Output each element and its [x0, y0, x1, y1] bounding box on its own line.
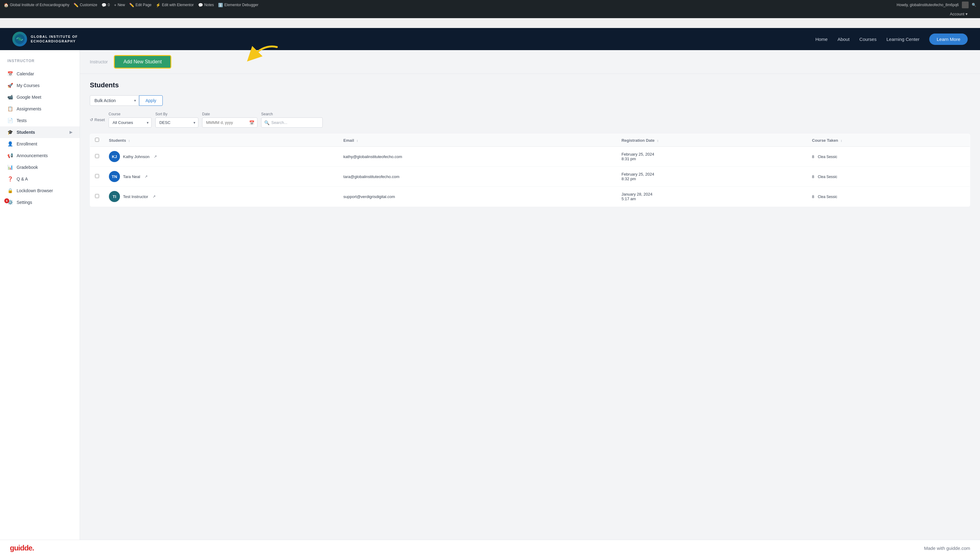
customize-icon: ✏️ — [73, 3, 78, 7]
sidebar-item-calendar[interactable]: 📅 Calendar — [0, 68, 80, 80]
lockdown-icon: 🔒 — [7, 188, 13, 194]
nav-home[interactable]: Home — [815, 37, 828, 42]
sidebar-item-assignments[interactable]: 📋 Assignments — [0, 103, 80, 115]
my-courses-icon: 🚀 — [7, 83, 13, 88]
sortby-filter-label: Sort By — [155, 112, 198, 116]
sidebar-item-settings[interactable]: ⚙️ Settings 6 — [0, 197, 80, 208]
apply-button[interactable]: Apply — [139, 95, 163, 106]
sidebar-item-enrollment[interactable]: 👤 Enrollment — [0, 138, 80, 150]
sidebar-item-announcements[interactable]: 📢 Announcements — [0, 150, 80, 162]
row-coursetaken-cell: 8 Clea Sessic — [807, 187, 970, 207]
row-checkbox-0[interactable] — [95, 154, 99, 158]
comments-icon: 💬 — [102, 3, 107, 7]
bulk-action-select-wrapper: Bulk Action ▾ — [90, 95, 139, 106]
external-link-icon[interactable]: ↗ — [152, 194, 156, 199]
nav-about[interactable]: About — [838, 37, 850, 42]
col-label-email: Email — [343, 138, 354, 143]
row-action[interactable]: Clea Sessic — [818, 195, 837, 199]
row-checkbox-1[interactable] — [95, 174, 99, 178]
settings-badge: 6 — [4, 198, 9, 203]
sidebar-label-enrollment: Enrollment — [16, 141, 37, 146]
row-coursetaken-cell: 8 Clea Sessic — [807, 147, 970, 166]
course-filter-select[interactable]: All Courses — [108, 118, 152, 128]
sidebar-item-tests[interactable]: 📄 Tests — [0, 115, 80, 126]
search-wrap: 🔍 — [261, 118, 323, 128]
sortby-filter-select[interactable]: DESC — [155, 118, 198, 128]
site-header: GLOBAL INSTITUTE OF ECHOCARDIOGRAPHY Hom… — [0, 28, 980, 50]
avatar: KJ — [109, 151, 120, 162]
nav-learning-center[interactable]: Learning Center — [886, 37, 920, 42]
external-link-icon[interactable]: ↗ — [145, 175, 148, 179]
row-regdate-cell: February 25, 2024 8:31 pm — [616, 147, 807, 166]
row-checkbox-2[interactable] — [95, 194, 99, 198]
sidebar-item-qa[interactable]: ❓ Q & A — [0, 173, 80, 185]
col-header-students[interactable]: Students ↕ — [104, 134, 338, 147]
sidebar-label-announcements: Announcements — [16, 153, 48, 158]
wp-icon: 🏠 — [4, 3, 9, 7]
table-row: KJ Kathy Johnson ↗ kathy@globalinstitute… — [90, 147, 970, 166]
debugger-label: Elementor Debugger — [224, 3, 259, 7]
sidebar-label-google-meet: Google Meet — [16, 95, 41, 100]
admin-bar-elementor[interactable]: ⚡ Edit with Elementor — [156, 3, 194, 7]
admin-bar-comments[interactable]: 💬 0 — [102, 3, 110, 7]
row-regdate-cell: January 28, 2024 5:17 am — [616, 187, 807, 207]
footer-bar: guidde. Made with guidde.com — [0, 540, 980, 556]
admin-bar-debugger[interactable]: ℹ️ Elementor Debugger — [218, 3, 259, 7]
admin-bar-editpage[interactable]: ✏️ Edit Page — [129, 3, 151, 7]
sidebar-label-my-courses: My Courses — [16, 83, 40, 88]
sidebar-item-students[interactable]: 🎓 Students ▶ — [0, 126, 80, 138]
logo-line1: GLOBAL INSTITUTE OF — [31, 34, 78, 39]
reset-icon: ↺ — [90, 118, 93, 122]
sidebar-label-lockdown: Lockdown Browser — [16, 188, 53, 193]
bulk-action-row: Bulk Action ▾ Apply — [90, 95, 970, 106]
course-filter-group: Course All Courses ▾ — [108, 112, 152, 128]
col-header-reg-date[interactable]: Registration Date ↕ — [616, 134, 807, 147]
sidebar-item-google-meet[interactable]: 📹 Google Meet — [0, 91, 80, 103]
nav-courses[interactable]: Courses — [859, 37, 877, 42]
announcements-icon: 📢 — [7, 153, 13, 158]
row-email-cell: kathy@globalinstituteofecho.com — [338, 147, 616, 166]
admin-bar-new[interactable]: + New — [114, 3, 125, 7]
row-checkbox-cell — [90, 187, 104, 207]
sidebar-item-my-courses[interactable]: 🚀 My Courses — [0, 80, 80, 91]
sidebar-label-assignments: Assignments — [16, 107, 41, 112]
add-new-student-button[interactable]: Add New Student — [114, 55, 171, 69]
sidebar-label-gradebook: Gradebook — [16, 165, 38, 170]
table-head: Students ↕ Email ↕ Registration Date ↕ — [90, 134, 970, 147]
site-logo: GLOBAL INSTITUTE OF ECHOCARDIOGRAPHY — [12, 32, 78, 47]
account-menu[interactable]: Account ▾ — [950, 12, 968, 16]
assignments-icon: 📋 — [7, 106, 13, 112]
sidebar-item-lockdown[interactable]: 🔒 Lockdown Browser — [0, 185, 80, 197]
guidde-brand: guidde. — [10, 544, 34, 552]
bulk-action-select[interactable]: Bulk Action — [90, 95, 139, 106]
logo-svg — [14, 34, 25, 45]
search-input[interactable] — [261, 118, 323, 128]
reset-button[interactable]: ↺ Reset — [90, 118, 105, 122]
logo-line2: ECHOCARDIOGRAPHY — [31, 39, 78, 44]
sort-email-icon: ↕ — [356, 139, 358, 142]
select-all-checkbox[interactable] — [95, 138, 99, 142]
admin-bar-customize[interactable]: ✏️ Customize — [73, 3, 97, 7]
date-filter-label: Date — [202, 112, 257, 116]
row-student-cell: TN Tara Neal ↗ — [104, 166, 338, 187]
external-link-icon[interactable]: ↗ — [154, 154, 157, 159]
admin-bar-site[interactable]: 🏠 Global Institute of Echocardiography — [4, 3, 69, 7]
table-row: TI Test Instructor ↗ support@verdigrisdi… — [90, 187, 970, 207]
admin-bar-notes[interactable]: 💬 Notes — [198, 3, 214, 7]
search-icon[interactable]: 🔍 — [972, 3, 976, 7]
students-table: Students ↕ Email ↕ Registration Date ↕ — [90, 134, 970, 207]
date-input[interactable] — [202, 118, 257, 128]
date-filter-group: Date 📅 — [202, 112, 257, 128]
logo-text: GLOBAL INSTITUTE OF ECHOCARDIOGRAPHY — [31, 34, 78, 44]
row-action[interactable]: Clea Sessic — [818, 175, 837, 179]
sidebar-item-gradebook[interactable]: 📊 Gradebook — [0, 162, 80, 173]
table-row: TN Tara Neal ↗ tara@globalinstituteofech… — [90, 166, 970, 187]
learn-more-button[interactable]: Learn More — [929, 34, 968, 45]
col-header-course-taken[interactable]: Course Taken ↕ — [807, 134, 970, 147]
row-email-cell: tara@globalinstituteofecho.com — [338, 166, 616, 187]
col-label-course-taken: Course Taken — [812, 138, 838, 143]
col-header-email[interactable]: Email ↕ — [338, 134, 616, 147]
table-header-row: Students ↕ Email ↕ Registration Date ↕ — [90, 134, 970, 147]
row-action[interactable]: Clea Sessic — [818, 155, 837, 159]
debugger-icon: ℹ️ — [218, 3, 223, 7]
